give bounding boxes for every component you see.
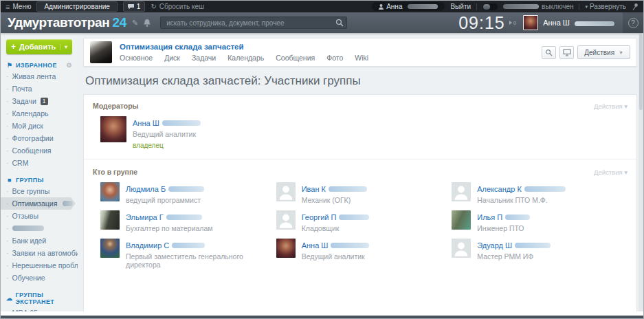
members-actions-link[interactable]: Действия ▾: [594, 168, 628, 176]
tab-wiki[interactable]: Wiki: [355, 54, 368, 62]
avatar[interactable]: [100, 116, 126, 142]
help-button[interactable]: ?: [623, 12, 643, 33]
avatar[interactable]: [276, 239, 296, 258]
member-name-link[interactable]: Людмила Б: [126, 185, 166, 193]
administration-button[interactable]: Администрирование: [36, 1, 117, 12]
sidebar-item-all-groups[interactable]: Все группы: [1, 185, 78, 197]
member-name-link[interactable]: Георгий П: [302, 213, 337, 221]
group-avatar[interactable]: [90, 41, 112, 63]
item-label: Живая лента: [12, 72, 56, 80]
search-button[interactable]: [542, 46, 556, 59]
sidebar-item-mail[interactable]: Почта: [1, 82, 78, 95]
flag-icon: [509, 21, 512, 25]
sidebar-item-idea-bank[interactable]: Банк идей: [1, 234, 78, 247]
notifications-badge[interactable]: 1: [123, 1, 146, 12]
groups-header[interactable]: ■ ГРУППЫ: [1, 175, 78, 185]
avatar-photo: [100, 182, 120, 201]
avatar-photo: [452, 239, 471, 258]
sidebar-item-photos[interactable]: Фотографии: [1, 132, 78, 144]
logout-link[interactable]: Выйти: [450, 3, 471, 10]
tasks-counter-badge: 1: [41, 98, 48, 105]
avatar[interactable]: [452, 182, 471, 201]
tab-tasks[interactable]: Задачи: [192, 54, 216, 62]
tab-main[interactable]: Основное: [120, 54, 153, 62]
clear-cache-button[interactable]: ↻ Сбросить кеш: [151, 3, 204, 10]
tab-photo[interactable]: Фото: [326, 54, 343, 62]
sidebar-item-calendar[interactable]: Календарь: [1, 107, 78, 120]
menu-button[interactable]: ≡ Меню: [5, 3, 31, 11]
toggle-knob: [483, 4, 490, 10]
avatar[interactable]: [100, 239, 120, 258]
moderator-name-link[interactable]: Анна Ш: [133, 119, 159, 127]
moderators-actions-link[interactable]: Действия ▾: [594, 102, 628, 110]
avatar[interactable]: [452, 210, 471, 230]
scrollbar-thumb[interactable]: [639, 34, 643, 110]
favorites-header[interactable]: ⚑ ИЗБРАННОЕ ⚙: [1, 60, 78, 70]
member-name-link[interactable]: Анна Ш: [302, 241, 329, 250]
member-position: Первый заместитель генерального директор…: [126, 252, 271, 269]
sidebar-item-crm[interactable]: CRM: [1, 157, 78, 169]
sidebar-item-my-drive[interactable]: Мой диск: [1, 120, 78, 132]
admin-user-name: Анна: [386, 3, 402, 10]
sidebar-item-reviews[interactable]: Отзывы: [1, 210, 78, 222]
actions-label: Действия: [594, 102, 623, 110]
avatar[interactable]: [100, 210, 120, 230]
expand-button[interactable]: ▾ Развернуть: [585, 3, 626, 10]
portal-logo[interactable]: Удмуртавтотран24: [8, 15, 126, 30]
redacted-text: [331, 243, 369, 248]
main-header-bar: Удмуртавтотран24 ✎ 09:15 0 Анна Ш ?: [1, 12, 643, 33]
member-name-link[interactable]: Эльмира Г: [126, 213, 164, 221]
menu-label: Меню: [12, 3, 31, 10]
tab-messages[interactable]: Сообщения: [276, 54, 315, 62]
admin-user-button[interactable]: Анна: [372, 2, 445, 11]
scrollbar[interactable]: [639, 33, 643, 316]
pin-icon[interactable]: [632, 3, 639, 10]
sidebar-item-unsolved-problems[interactable]: Нерешенные проблемы: [1, 259, 78, 272]
moderator-info: Анна Ш Ведущий аналитик владелец: [133, 116, 201, 151]
avatar[interactable]: [100, 182, 120, 201]
add-button[interactable]: + Добавить ▾: [6, 39, 72, 54]
user-name-link[interactable]: Анна Ш: [543, 19, 614, 27]
item-label: Фотографии: [12, 134, 54, 142]
edit-mode-toggle[interactable]: [482, 3, 498, 10]
member-name-link[interactable]: Иван К: [302, 185, 326, 193]
member-info: Александр К Начальник ПТО М.Ф.: [477, 182, 566, 204]
avatar[interactable]: [276, 210, 296, 230]
avatar-photo: [276, 239, 296, 258]
member-name-link[interactable]: Владимир С: [126, 241, 169, 250]
owner-role-link[interactable]: владелец: [133, 142, 164, 149]
tab-calendar[interactable]: Календарь: [227, 54, 264, 62]
sidebar-item-training[interactable]: Обучение: [1, 272, 78, 284]
sidebar-item-messages[interactable]: Сообщения: [1, 144, 78, 157]
extranet-header[interactable]: ☁ ГРУППЫ ЭКСТРАНЕТ: [1, 290, 78, 307]
redacted-text: [162, 120, 201, 126]
display-button[interactable]: [559, 46, 574, 59]
sidebar-item-optimization-selected[interactable]: Оптимизация: [1, 197, 76, 210]
sidebar-item-tasks[interactable]: Задачи 1: [1, 95, 78, 107]
toggle-status: выключен: [542, 3, 573, 10]
user-avatar[interactable]: [523, 15, 538, 30]
sidebar-item-redacted-group[interactable]: [1, 222, 78, 234]
search-icon[interactable]: [335, 19, 344, 27]
member-card: Илья П Инженер ПТО: [452, 210, 622, 232]
member-name-link[interactable]: Илья П: [477, 213, 502, 221]
flag-icon: ⚑: [6, 62, 13, 69]
sidebar-item-live-feed[interactable]: Живая лента: [1, 70, 78, 82]
tab-drive[interactable]: Диск: [164, 54, 180, 62]
search-box: [151, 16, 347, 29]
sidebar-item-car-requests[interactable]: Заявки на автомобиль: [1, 247, 78, 259]
gear-icon[interactable]: ⚙: [67, 62, 72, 69]
search-input[interactable]: [160, 16, 347, 29]
chevron-down-icon[interactable]: ▾: [60, 44, 67, 50]
work-clock[interactable]: 09:15: [458, 13, 505, 33]
actions-dropdown-button[interactable]: Действия ▼: [577, 45, 630, 59]
group-name-link[interactable]: Оптимизация склада запчастей: [120, 43, 368, 51]
member-name-link[interactable]: Александр К: [477, 185, 522, 193]
avatar[interactable]: [452, 239, 471, 258]
avatar[interactable]: [276, 182, 296, 201]
edit-logo-icon[interactable]: ✎: [132, 19, 138, 28]
avatar-photo: [100, 239, 120, 258]
toggle-text: выключен: [503, 3, 573, 10]
bell-icon[interactable]: [144, 19, 151, 27]
member-name-link[interactable]: Эдуард Ш: [477, 241, 512, 250]
